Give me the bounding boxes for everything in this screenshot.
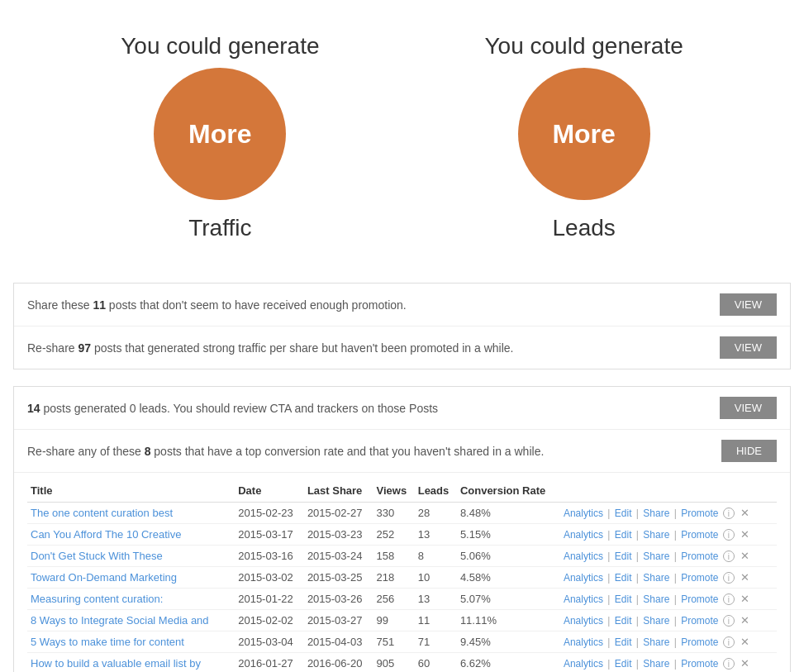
analytics-link[interactable]: Analytics bbox=[564, 636, 603, 648]
title-link[interactable]: 5 Ways to make time for content bbox=[31, 636, 184, 648]
title-link[interactable]: How to build a valuable email list by bbox=[31, 657, 201, 670]
cell-leads: 11 bbox=[415, 610, 457, 631]
share-link[interactable]: Share bbox=[643, 529, 669, 541]
analytics-link[interactable]: Analytics bbox=[564, 615, 603, 627]
analytics-link[interactable]: Analytics bbox=[564, 550, 603, 562]
traffic-label-top: You could generate bbox=[121, 33, 319, 60]
info-icon[interactable]: i bbox=[723, 508, 735, 519]
share-link[interactable]: Share bbox=[643, 636, 669, 648]
edit-link[interactable]: Edit bbox=[615, 658, 632, 670]
info-icon[interactable]: i bbox=[723, 615, 735, 627]
share-link[interactable]: Share bbox=[643, 615, 669, 627]
sep-2: | bbox=[636, 615, 639, 627]
leads-table: Title Date Last Share Views Leads Conver… bbox=[27, 479, 777, 672]
edit-link[interactable]: Edit bbox=[615, 529, 632, 541]
leads-circle[interactable]: More bbox=[518, 68, 650, 200]
cell-last-share: 2015-02-27 bbox=[304, 503, 373, 524]
cell-views: 99 bbox=[373, 610, 415, 631]
table-row: 5 Ways to make time for content 2015-03-… bbox=[27, 631, 777, 653]
traffic-label-bottom: Traffic bbox=[188, 215, 251, 241]
cell-conversion: 5.06% bbox=[457, 546, 560, 567]
sep-2: | bbox=[636, 572, 639, 584]
promo-view-button-2[interactable]: VIEW bbox=[720, 336, 777, 359]
cell-actions: Analytics | Edit | Share | Promote i ✕ bbox=[560, 567, 777, 589]
title-link[interactable]: Toward On-Demand Marketing bbox=[31, 571, 177, 584]
promo-count-2: 97 bbox=[78, 341, 91, 355]
cell-title: Don't Get Stuck With These bbox=[27, 546, 235, 567]
title-link[interactable]: Can You Afford The 10 Creative bbox=[31, 528, 181, 541]
sep-1: | bbox=[607, 572, 610, 584]
sep-2: | bbox=[636, 508, 639, 519]
edit-link[interactable]: Edit bbox=[615, 572, 632, 584]
close-icon[interactable]: ✕ bbox=[740, 636, 749, 648]
analytics-link[interactable]: Analytics bbox=[564, 572, 603, 584]
close-icon[interactable]: ✕ bbox=[740, 593, 749, 605]
sep-3: | bbox=[674, 572, 677, 584]
edit-link[interactable]: Edit bbox=[615, 615, 632, 627]
col-actions bbox=[560, 479, 777, 503]
close-icon[interactable]: ✕ bbox=[740, 614, 749, 627]
table-row: Measuring content curation: 2015-01-22 2… bbox=[27, 589, 777, 610]
analytics-link[interactable]: Analytics bbox=[564, 508, 603, 519]
promo-row-1-suffix: posts that don't seem to have received e… bbox=[106, 298, 407, 312]
promote-link[interactable]: Promote bbox=[681, 529, 718, 541]
promote-link[interactable]: Promote bbox=[681, 550, 718, 562]
share-link[interactable]: Share bbox=[643, 593, 669, 605]
edit-link[interactable]: Edit bbox=[615, 508, 632, 519]
info-icon[interactable]: i bbox=[723, 636, 735, 648]
leads-view-button[interactable]: VIEW bbox=[720, 397, 777, 419]
close-icon[interactable]: ✕ bbox=[740, 528, 749, 541]
close-icon[interactable]: ✕ bbox=[740, 571, 749, 584]
title-link[interactable]: The one content curation best bbox=[31, 507, 173, 519]
cell-last-share: 2015-03-23 bbox=[304, 524, 373, 546]
analytics-link[interactable]: Analytics bbox=[564, 593, 603, 605]
close-icon[interactable]: ✕ bbox=[740, 657, 749, 670]
title-link[interactable]: Don't Get Stuck With These bbox=[31, 550, 163, 562]
analytics-link[interactable]: Analytics bbox=[564, 529, 603, 541]
edit-link[interactable]: Edit bbox=[615, 550, 632, 562]
promo-view-button-1[interactable]: VIEW bbox=[720, 293, 777, 316]
leads-count: 14 bbox=[27, 402, 40, 415]
leads-section: 14 posts generated 0 leads. You should r… bbox=[13, 386, 791, 672]
promo-row-1: Share these 11 posts that don't seem to … bbox=[14, 284, 790, 326]
cell-leads: 28 bbox=[415, 503, 457, 524]
sep-1: | bbox=[607, 636, 610, 648]
traffic-circle[interactable]: More bbox=[154, 68, 286, 200]
sep-2: | bbox=[636, 529, 639, 541]
cell-title: The one content curation best bbox=[27, 503, 235, 524]
cell-date: 2015-03-02 bbox=[235, 567, 304, 589]
info-icon[interactable]: i bbox=[723, 658, 735, 670]
promote-link[interactable]: Promote bbox=[681, 658, 718, 670]
share-link[interactable]: Share bbox=[643, 550, 669, 562]
sep-2: | bbox=[636, 593, 639, 605]
cell-actions: Analytics | Edit | Share | Promote i ✕ bbox=[560, 631, 777, 653]
info-icon[interactable]: i bbox=[723, 529, 735, 541]
analytics-link[interactable]: Analytics bbox=[564, 658, 603, 670]
share-link[interactable]: Share bbox=[643, 658, 669, 670]
sep-3: | bbox=[674, 550, 677, 562]
cell-actions: Analytics | Edit | Share | Promote i ✕ bbox=[560, 589, 777, 610]
title-link[interactable]: Measuring content curation: bbox=[31, 593, 163, 605]
info-icon[interactable]: i bbox=[723, 550, 735, 562]
info-icon[interactable]: i bbox=[723, 572, 735, 584]
cell-date: 2016-01-27 bbox=[235, 653, 304, 673]
promote-link[interactable]: Promote bbox=[681, 615, 718, 627]
promote-link[interactable]: Promote bbox=[681, 508, 718, 519]
cell-actions: Analytics | Edit | Share | Promote i ✕ bbox=[560, 610, 777, 631]
promote-link[interactable]: Promote bbox=[681, 572, 718, 584]
sep-3: | bbox=[674, 636, 677, 648]
leads-circle-text: More bbox=[552, 119, 615, 150]
close-icon[interactable]: ✕ bbox=[740, 550, 749, 562]
edit-link[interactable]: Edit bbox=[615, 636, 632, 648]
share-link[interactable]: Share bbox=[643, 508, 669, 519]
close-icon[interactable]: ✕ bbox=[740, 507, 749, 519]
cell-conversion: 11.11% bbox=[457, 610, 560, 631]
title-link[interactable]: 8 Ways to Integrate Social Media and bbox=[31, 614, 209, 627]
leads-hide-button[interactable]: HIDE bbox=[721, 440, 777, 462]
promote-link[interactable]: Promote bbox=[681, 636, 718, 648]
info-icon[interactable]: i bbox=[723, 593, 735, 605]
sep-3: | bbox=[674, 615, 677, 627]
edit-link[interactable]: Edit bbox=[615, 593, 632, 605]
promote-link[interactable]: Promote bbox=[681, 593, 718, 605]
share-link[interactable]: Share bbox=[643, 572, 669, 584]
